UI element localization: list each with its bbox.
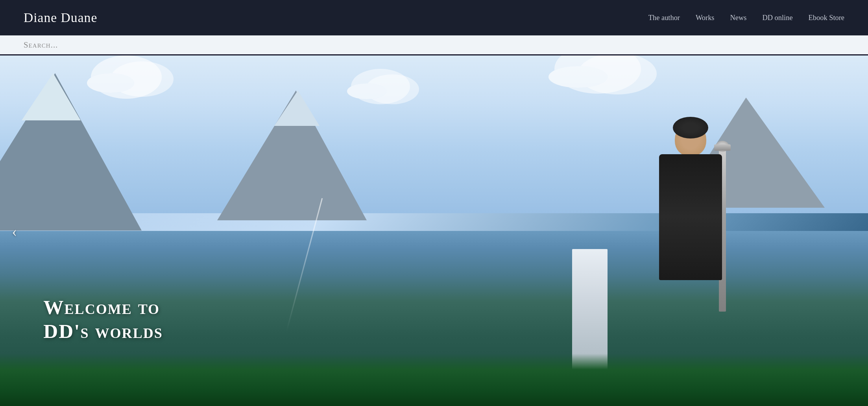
nav-ebook-store[interactable]: Ebook Store: [809, 14, 844, 22]
hero-headline: Welcome to DD's worlds: [43, 295, 163, 343]
character-figure: [588, 123, 738, 378]
cloud-2: [549, 66, 608, 88]
hero-headline-line1: Welcome to: [43, 296, 160, 318]
site-logo[interactable]: Diane Duane: [24, 10, 97, 25]
nav-the-author[interactable]: The author: [648, 14, 680, 22]
hero-headline-line2: DD's worlds: [43, 320, 163, 342]
nav-news[interactable]: News: [730, 14, 747, 22]
search-bar: [0, 35, 868, 55]
search-input[interactable]: [24, 40, 844, 50]
char-body: [659, 154, 722, 280]
hero-section: ‹ Welcome to DD's worlds: [0, 55, 868, 406]
hero-character: [588, 123, 738, 378]
site-header: Diane Duane The author Works News DD onl…: [0, 0, 868, 35]
nav-works[interactable]: Works: [696, 14, 715, 22]
nav-dd-online[interactable]: DD online: [762, 14, 792, 22]
slide-prev-button[interactable]: ‹: [12, 222, 17, 240]
mountain-center-snow: [274, 90, 319, 126]
char-sword-guard: [714, 144, 731, 151]
hero-text-overlay: Welcome to DD's worlds: [43, 295, 163, 343]
mountain-left-snow: [22, 73, 81, 120]
main-nav: The author Works News DD online Ebook St…: [648, 14, 844, 22]
char-hair: [673, 117, 708, 138]
